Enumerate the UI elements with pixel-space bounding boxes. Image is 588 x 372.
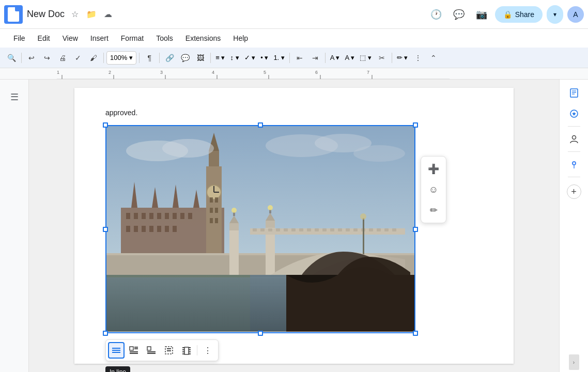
selected-image[interactable] bbox=[105, 125, 415, 332]
svg-rect-28 bbox=[180, 213, 184, 219]
right-panel-maps-icon[interactable] bbox=[565, 155, 583, 174]
right-panel-user-icon[interactable] bbox=[565, 130, 583, 148]
menu-extensions[interactable]: Extensions bbox=[180, 32, 226, 44]
highlight-color-dropdown[interactable]: A ▾ bbox=[328, 51, 342, 65]
menu-tools[interactable]: Tools bbox=[151, 32, 178, 44]
image-wrap-button[interactable] bbox=[126, 342, 142, 359]
svg-rect-67 bbox=[260, 228, 265, 231]
emoji-action-button[interactable]: ☺ bbox=[424, 180, 443, 199]
link-button[interactable]: 🔗 bbox=[162, 51, 177, 65]
normal-text-button[interactable]: ¶ bbox=[142, 51, 157, 65]
clear-format-button[interactable]: ✂ bbox=[375, 51, 389, 65]
svg-point-64 bbox=[268, 205, 273, 210]
edit-action-button[interactable]: ✏ bbox=[424, 201, 443, 220]
pencil-dropdown[interactable]: ✏ ▾ bbox=[395, 51, 410, 65]
menu-edit[interactable]: Edit bbox=[33, 32, 55, 44]
share-dropdown-button[interactable]: ▾ bbox=[547, 5, 563, 24]
outline-icon[interactable]: ☰ bbox=[5, 88, 24, 106]
add-action-button[interactable]: ➕ bbox=[424, 160, 443, 178]
text-color-dropdown[interactable]: A ▾ bbox=[343, 51, 357, 65]
svg-rect-32 bbox=[142, 226, 146, 232]
align-dropdown[interactable]: ≡ ▾ bbox=[213, 51, 227, 65]
image-more-button[interactable]: ⋮ bbox=[199, 342, 216, 359]
menu-file[interactable]: File bbox=[8, 32, 30, 44]
svg-rect-50 bbox=[215, 208, 218, 213]
handle-bottom-middle[interactable] bbox=[258, 331, 263, 336]
image-front-button[interactable] bbox=[178, 342, 195, 359]
handle-top-right[interactable] bbox=[413, 122, 418, 128]
menu-format[interactable]: Format bbox=[116, 32, 149, 44]
comment-icon[interactable]: 💬 bbox=[450, 5, 468, 24]
share-button[interactable]: 🔒 Share bbox=[495, 6, 543, 23]
main-area: ☰ approved. bbox=[0, 80, 588, 372]
menu-view[interactable]: View bbox=[57, 32, 83, 44]
title-right: 🕐 💬 📷 🔒 Share ▾ A bbox=[427, 5, 584, 24]
page-expander-button[interactable]: › bbox=[569, 354, 579, 370]
comment-button[interactable]: 💬 bbox=[178, 51, 192, 65]
svg-text:7: 7 bbox=[367, 70, 369, 75]
app-logo bbox=[4, 5, 23, 24]
svg-point-59 bbox=[231, 208, 237, 213]
image-container[interactable]: ➕ ☺ ✏ bbox=[105, 125, 415, 333]
handle-middle-left[interactable] bbox=[103, 227, 108, 232]
document-area[interactable]: approved. bbox=[29, 80, 559, 372]
right-panel-sep-2 bbox=[568, 151, 580, 152]
title-icons: ☆ 📁 ☁ bbox=[68, 7, 115, 22]
img-toolbar-sep bbox=[197, 345, 197, 355]
handle-bottom-left[interactable] bbox=[103, 331, 108, 336]
svg-rect-49 bbox=[210, 208, 213, 213]
image-inline-button[interactable] bbox=[108, 342, 125, 359]
svg-rect-68 bbox=[268, 228, 272, 231]
bullet-list-dropdown[interactable]: • ▾ bbox=[258, 51, 270, 65]
right-panel-star-icon[interactable] bbox=[565, 104, 583, 123]
more-options-button[interactable]: ⋮ bbox=[411, 51, 425, 65]
handle-top-middle[interactable] bbox=[258, 122, 263, 128]
svg-rect-72 bbox=[299, 228, 303, 231]
floating-actions: ➕ ☺ ✏ bbox=[421, 156, 446, 223]
svg-rect-98 bbox=[130, 347, 133, 350]
collapse-button[interactable]: ⌃ bbox=[426, 51, 441, 65]
redo-button[interactable]: ↪ bbox=[40, 51, 54, 65]
undo-button[interactable]: ↩ bbox=[24, 51, 39, 65]
svg-point-94 bbox=[353, 145, 405, 162]
svg-rect-79 bbox=[353, 228, 358, 231]
document-page: approved. bbox=[74, 88, 514, 364]
svg-text:2: 2 bbox=[109, 70, 111, 75]
cloud-icon[interactable]: ☁ bbox=[101, 7, 115, 22]
doc-text-approved: approved. bbox=[105, 109, 483, 117]
decrease-indent-button[interactable]: ⇤ bbox=[292, 51, 307, 65]
right-panel-document-icon[interactable] bbox=[565, 84, 583, 102]
history-icon[interactable]: 🕐 bbox=[427, 5, 445, 24]
toolbar-separator-3 bbox=[139, 53, 140, 63]
meet-icon[interactable]: 📷 bbox=[472, 5, 491, 24]
right-panel-plus-button[interactable]: + bbox=[567, 184, 581, 199]
increase-indent-button[interactable]: ⇥ bbox=[308, 51, 322, 65]
handle-top-left[interactable] bbox=[103, 122, 108, 128]
line-spacing-dropdown[interactable]: ↕ ▾ bbox=[228, 51, 241, 65]
svg-rect-96 bbox=[112, 350, 120, 351]
svg-rect-56 bbox=[229, 223, 239, 230]
checklist-dropdown[interactable]: ✓ ▾ bbox=[242, 51, 258, 65]
svg-rect-61 bbox=[266, 221, 275, 228]
toolbar-separator-5 bbox=[210, 53, 211, 63]
svg-rect-22 bbox=[134, 213, 138, 219]
print-button[interactable]: 🖨 bbox=[55, 51, 70, 65]
search-button[interactable]: 🔍 bbox=[4, 51, 19, 65]
menu-help[interactable]: Help bbox=[228, 32, 253, 44]
image-button[interactable]: 🖼 bbox=[193, 51, 208, 65]
image-break-button[interactable] bbox=[143, 342, 160, 359]
zoom-selector[interactable]: 100% ▾ bbox=[106, 51, 136, 65]
paintformat-button[interactable]: 🖌 bbox=[86, 51, 101, 65]
svg-rect-21 bbox=[126, 213, 130, 219]
star-icon[interactable]: ☆ bbox=[68, 7, 82, 22]
image-behind-button[interactable] bbox=[161, 342, 177, 359]
border-dropdown[interactable]: ⬚ ▾ bbox=[358, 51, 374, 65]
spellcheck-button[interactable]: ✓ bbox=[71, 51, 85, 65]
avatar[interactable]: A bbox=[567, 6, 584, 23]
svg-rect-24 bbox=[149, 213, 153, 219]
folder-icon[interactable]: 📁 bbox=[84, 7, 99, 22]
handle-middle-right[interactable] bbox=[413, 227, 418, 232]
menu-insert[interactable]: Insert bbox=[85, 32, 114, 44]
numbered-list-dropdown[interactable]: 1. ▾ bbox=[271, 51, 286, 65]
handle-bottom-right[interactable] bbox=[413, 331, 418, 336]
